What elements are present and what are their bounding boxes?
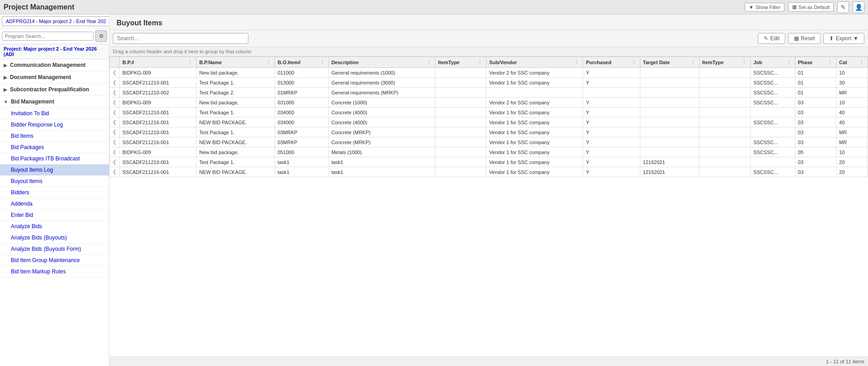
col-header-bp_num[interactable]: B.P.#⋮ (120, 57, 196, 68)
col-resizer-purchased[interactable]: ⋮ (630, 59, 637, 65)
edit-button[interactable]: ✎ Edit (758, 33, 785, 44)
row-nav-arrow[interactable]: ❮ (110, 88, 120, 98)
sidebar-section-communication[interactable]: ▶ Communication Management (0, 59, 109, 71)
sidebar-item-enter-bid[interactable]: Enter Bid (0, 210, 109, 221)
topbar-right: ▼ Show Filter ▦ Set as Default ✎ 👤 (745, 1, 864, 13)
project-select[interactable]: ADFPROJ14 - Major project 2 - End Year 2… (2, 16, 109, 26)
cell-description: Concrete (4000) (328, 108, 435, 117)
col-resizer-bp_num[interactable]: ⋮ (187, 59, 193, 65)
sidebar-item-bid-item-markup-rules[interactable]: Bid Item Markup Rules (0, 266, 109, 277)
cell-sub_vendor: Vendor 1 for SSC company (486, 147, 583, 157)
filter-icon: ▼ (749, 5, 754, 10)
search-gear-button[interactable]: ⚙ (95, 30, 107, 42)
sidebar-item-analyze-bids[interactable]: Analyze Bids (0, 221, 109, 232)
col-resizer-target_date[interactable]: ⋮ (690, 59, 696, 65)
cell-bo_item: 013000 (275, 78, 328, 88)
search-input[interactable] (113, 33, 248, 44)
sidebar-item-bidder-response-log[interactable]: Bidder Response Log (0, 119, 109, 131)
row-nav-arrow[interactable]: ❮ (110, 78, 120, 88)
edit-icon-button[interactable]: ✎ (837, 1, 849, 13)
col-header-bo_item[interactable]: B.O.Item#⋮ (275, 57, 328, 68)
col-header-description[interactable]: Description⋮ (328, 57, 435, 68)
cell-cat: 20 (836, 167, 868, 177)
cell-bo_item: 011000 (275, 68, 328, 78)
sidebar-item-analyze-bids-buyouts[interactable]: Analyze Bids (Buyouts) (0, 232, 109, 244)
cell-item_type (435, 98, 486, 108)
sidebar-item-bid-packages[interactable]: Bid Packages (0, 142, 109, 153)
cell-target_date (640, 127, 699, 137)
row-nav-arrow[interactable]: ❮ (110, 127, 120, 137)
cell-description: task1 (328, 167, 435, 177)
row-nav-arrow[interactable]: ❮ (110, 117, 120, 127)
col-resizer-bp_name[interactable]: ⋮ (265, 59, 272, 65)
table-row: ❮SSCADF211210-002Test Package 2.01MRKPGe… (110, 88, 868, 98)
col-resizer-sub_vendor[interactable]: ⋮ (573, 59, 580, 65)
pagination-info: 1 - 11 of 11 items (826, 359, 864, 364)
sidebar-item-bid-item-group-maintenance[interactable]: Bid Item Group Maintenance (0, 255, 109, 266)
section-label: Communication Management (10, 62, 85, 68)
topbar-left: Project Management (4, 3, 74, 11)
show-filter-button[interactable]: ▼ Show Filter (745, 3, 784, 12)
sidebar-item-buyout-items-log[interactable]: Buyout Items Log (0, 164, 109, 176)
export-button[interactable]: ⬆ Export ▼ (823, 33, 864, 44)
sidebar-item-invitation-to-bid[interactable]: Invitation To Bid (0, 108, 109, 119)
set-as-default-button[interactable]: ▦ Set as Default (788, 2, 834, 12)
sidebar-item-addenda[interactable]: Addenda (0, 198, 109, 210)
layout: ADFPROJ14 - Major project 2 - End Year 2… (0, 14, 868, 366)
col-header-phase[interactable]: Phase⋮ (795, 57, 836, 68)
cell-phase: 01 (795, 68, 836, 78)
cell-cat: 10 (836, 68, 868, 78)
col-header-target_date[interactable]: Target Date⋮ (640, 57, 699, 68)
row-nav-arrow[interactable]: ❮ (110, 98, 120, 108)
row-nav-arrow[interactable]: ❮ (110, 137, 120, 147)
sidebar-item-bid-items[interactable]: Bid Items (0, 131, 109, 142)
col-resizer-item_type[interactable]: ⋮ (476, 59, 483, 65)
user-icon-button[interactable]: 👤 (853, 1, 864, 13)
row-nav-arrow[interactable]: ❮ (110, 108, 120, 117)
col-resizer-item_type2[interactable]: ⋮ (741, 59, 747, 65)
cell-sub_vendor: Vendor 2 for SSC company (486, 68, 583, 78)
col-header-job[interactable]: Job⋮ (751, 57, 795, 68)
col-resizer-description[interactable]: ⋮ (425, 59, 432, 65)
reset-button[interactable]: ▦ Reset (788, 33, 821, 44)
col-resizer-phase[interactable]: ⋮ (826, 59, 833, 65)
col-header-item_type[interactable]: ItemType⋮ (435, 57, 486, 68)
sidebar-item-bidders[interactable]: Bidders (0, 187, 109, 198)
cell-bo_item: 031000 (275, 98, 328, 108)
col-header-purchased[interactable]: Purchased⋮ (583, 57, 640, 68)
sidebar-section-document[interactable]: ▶ Document Management (0, 71, 109, 84)
cell-bo_item: task1 (275, 167, 328, 177)
row-nav-arrow[interactable]: ❮ (110, 167, 120, 177)
cell-bp_name: Test Package 1. (196, 157, 275, 167)
arrow-icon: ▶ (4, 63, 7, 68)
sidebar-item-bid-packages-itb-broadcast[interactable]: Bid Packages ITB Broadcast (0, 153, 109, 164)
col-header-cat[interactable]: Cat⋮ (836, 57, 868, 68)
col-header-sub_vendor[interactable]: Sub/Vendor⋮ (486, 57, 583, 68)
col-resizer-bo_item[interactable]: ⋮ (319, 59, 326, 65)
sidebar-section-bid-management[interactable]: ▼ Bid Management (0, 96, 109, 108)
row-nav-arrow[interactable]: ❮ (110, 157, 120, 167)
cell-target_date: 12162021 (640, 157, 699, 167)
reset-label: Reset (801, 35, 815, 42)
sidebar-item-buyout-items[interactable]: Buyout Items (0, 176, 109, 187)
cell-bp_name: New bid package. (196, 98, 275, 108)
col-header-item_type2[interactable]: ItemType⋮ (699, 57, 750, 68)
row-nav-arrow[interactable]: ❮ (110, 147, 120, 157)
grid-icon: ▦ (792, 4, 797, 10)
row-nav-arrow[interactable]: ❮ (110, 68, 120, 78)
cell-bp_num: BIDPKG-009 (120, 68, 196, 78)
col-header-bp_name[interactable]: B.P.Name⋮ (196, 57, 275, 68)
col-resizer-job[interactable]: ⋮ (785, 59, 792, 65)
sidebar-item-analyze-bids-buyouts-form[interactable]: Analyze Bids (Buyouts Form) (0, 244, 109, 255)
cell-item_type (435, 167, 486, 177)
cell-item_type (435, 108, 486, 117)
sidebar-section-subcontractor[interactable]: ▶ Subcontractor Prequalification (0, 84, 109, 96)
cell-bo_item: 034000 (275, 117, 328, 127)
table-row: ❮BIDPKG-009New bid package.051000Metals … (110, 147, 868, 157)
table-wrapper[interactable]: B.P.#⋮B.P.Name⋮B.O.Item#⋮Description⋮Ite… (109, 56, 868, 357)
program-search-input[interactable] (2, 32, 93, 41)
col-resizer-cat[interactable]: ⋮ (858, 59, 865, 65)
cell-bo_item: 03MRKP (275, 127, 328, 137)
cell-item_type2 (699, 147, 750, 157)
cell-cat: 40 (836, 108, 868, 117)
